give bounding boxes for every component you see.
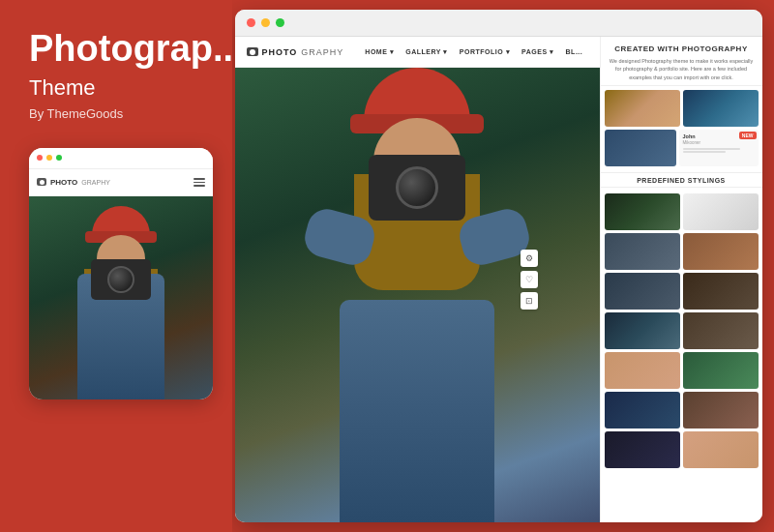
camera-lens	[40, 180, 45, 185]
side-icons: ⚙ ♡ ⊡	[521, 250, 538, 310]
hamburger-line-2	[194, 182, 205, 184]
nav-items: HOME ▾ GALLERY ▾ PORTFOLIO ▾ PAGES ▾ BL.…	[365, 48, 582, 56]
thumb-row-5	[605, 273, 759, 310]
nav-home[interactable]: HOME ▾	[365, 48, 394, 56]
thumb-4[interactable]	[605, 193, 680, 230]
thumb-6[interactable]	[605, 233, 680, 270]
right-panel-header: CREATED WITH PHOTOGRAPHY We designed Pho…	[601, 37, 762, 86]
heart-icon-btn[interactable]: ♡	[521, 271, 538, 288]
thumb-5[interactable]	[683, 193, 759, 230]
mobile-person-figure	[29, 196, 213, 399]
thumb-2[interactable]	[683, 90, 759, 127]
nav-gallery[interactable]: GALLERY ▾	[405, 48, 448, 56]
profile-title: Mikooner	[683, 140, 755, 145]
thumb-10[interactable]	[605, 312, 680, 349]
thumb-row-9	[605, 431, 759, 468]
right-panel-desc: We designed Photography theme to make it…	[607, 57, 757, 81]
thumb-row-8	[605, 392, 759, 429]
browser-mockup: ⚙ ♡ ⊡ PHOTOGRAPHY HOME ▾ GALLERY ▾	[235, 10, 762, 522]
website-main: ⚙ ♡ ⊡ PHOTOGRAPHY HOME ▾ GALLERY ▾	[235, 37, 600, 522]
section-divider: PREDEFINED STYLINGS	[601, 172, 762, 188]
thumb-row-6	[605, 312, 759, 349]
thumb-12[interactable]	[605, 352, 680, 389]
profile-line-1	[683, 148, 740, 150]
thumb-11[interactable]	[683, 312, 759, 349]
mobile-nav-logo: PHOTOGRAPHY	[37, 178, 110, 187]
thumb-row-2: NEW John Mikooner	[605, 130, 759, 166]
settings-icon-btn[interactable]: ⚙	[521, 250, 538, 267]
thumb-row-1	[605, 90, 759, 127]
large-hat	[364, 68, 470, 126]
thumb-15[interactable]	[683, 392, 759, 429]
thumb-row-7	[605, 352, 759, 389]
hero-person	[235, 68, 600, 522]
mobile-top-bar	[29, 148, 213, 169]
thumb-row-4	[605, 233, 759, 270]
profile-lines	[683, 148, 755, 154]
nav-portfolio[interactable]: PORTFOLIO ▾	[460, 48, 510, 56]
thumb-13[interactable]	[683, 352, 759, 389]
mobile-dot-green	[56, 155, 62, 161]
large-arm-left	[301, 205, 379, 269]
left-panel: Photograp.. Theme By ThemeGoods PHOTOGRA…	[0, 0, 232, 532]
browser-dot-red	[247, 18, 255, 27]
thumb-row-3	[605, 193, 759, 230]
thumb-3[interactable]	[605, 130, 676, 166]
thumbnails-grid-top: NEW John Mikooner	[601, 86, 762, 170]
mobile-hero-image	[29, 196, 213, 399]
large-body	[340, 300, 494, 522]
right-mockup-wrapper: ⚙ ♡ ⊡ PHOTOGRAPHY HOME ▾ GALLERY ▾	[232, 0, 774, 532]
thumbnails-grid-bottom	[601, 190, 762, 472]
browser-dot-yellow	[261, 18, 270, 27]
right-panel-title: CREATED WITH PHOTOGRAPHY	[607, 44, 757, 53]
hamburger-line-3	[194, 185, 205, 187]
large-arms	[306, 213, 528, 271]
logo-photo-main: PHOTO	[262, 47, 298, 57]
large-camera	[369, 155, 465, 221]
thumb-8[interactable]	[605, 273, 680, 310]
logo-photo: PHOTO	[50, 178, 77, 187]
cart-icon-btn[interactable]: ⊡	[521, 292, 538, 310]
thumb-profile-card: NEW John Mikooner	[679, 130, 759, 166]
subtitle: Theme	[29, 75, 213, 101]
large-camera-lens	[396, 166, 438, 209]
thumb-7[interactable]	[683, 233, 759, 270]
camera-icon	[37, 178, 46, 186]
thumb-9[interactable]	[683, 273, 759, 310]
thumb-14[interactable]	[605, 392, 680, 429]
browser-top-bar	[235, 10, 762, 37]
mobile-nav: PHOTOGRAPHY	[29, 169, 213, 196]
mobile-mockup: PHOTOGRAPHY	[29, 148, 213, 399]
thumb-1[interactable]	[605, 90, 680, 127]
main-title: Photograp..	[29, 29, 213, 70]
site-hero	[235, 68, 600, 522]
thumb-16[interactable]	[605, 431, 680, 468]
browser-dot-green	[276, 18, 284, 27]
new-badge: NEW	[739, 132, 757, 139]
large-person-figure	[291, 68, 543, 522]
nav-pages[interactable]: PAGES ▾	[521, 48, 553, 56]
browser-content: ⚙ ♡ ⊡ PHOTOGRAPHY HOME ▾ GALLERY ▾	[235, 37, 762, 522]
right-side-panel: CREATED WITH PHOTOGRAPHY We designed Pho…	[600, 37, 762, 522]
camera-icon-nav	[247, 47, 258, 56]
hamburger-icon[interactable]	[194, 178, 205, 187]
camera	[91, 259, 151, 300]
camera-lens-large	[107, 266, 134, 293]
site-logo: PHOTOGRAPHY	[247, 47, 344, 57]
mobile-figure	[63, 206, 179, 399]
thumb-17[interactable]	[683, 431, 759, 468]
logo-graphy-main: GRAPHY	[301, 47, 343, 57]
predefined-title: PREDEFINED STYLINGS	[607, 177, 757, 184]
mobile-dot-yellow	[46, 155, 52, 161]
nav-blog[interactable]: BL...	[566, 48, 583, 56]
author: By ThemeGoods	[29, 106, 213, 121]
hamburger-line-1	[194, 178, 205, 180]
logo-graphy: GRAPHY	[81, 179, 110, 186]
mobile-dot-red	[37, 155, 43, 161]
site-nav: PHOTOGRAPHY HOME ▾ GALLERY ▾ PORTFOLIO ▾…	[235, 37, 600, 68]
profile-line-2	[683, 151, 726, 153]
camera-lens-nav	[250, 49, 255, 55]
